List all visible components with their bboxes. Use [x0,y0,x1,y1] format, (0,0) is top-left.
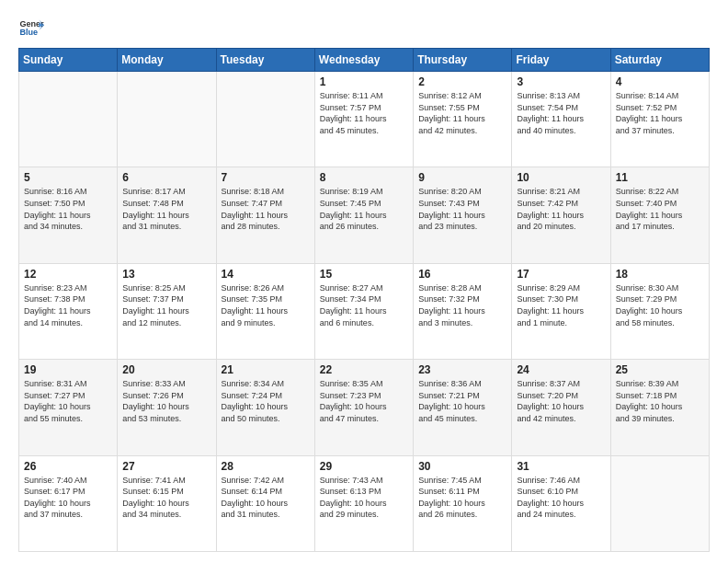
day-number: 1 [320,75,408,88]
calendar-cell: 17Sunrise: 8:29 AM Sunset: 7:30 PM Dayli… [512,263,610,359]
day-number: 29 [320,460,408,473]
day-number: 17 [517,268,605,281]
calendar-cell: 18Sunrise: 8:30 AM Sunset: 7:29 PM Dayli… [610,263,709,359]
calendar-cell: 13Sunrise: 8:25 AM Sunset: 7:37 PM Dayli… [118,263,216,359]
calendar-cell: 19Sunrise: 8:31 AM Sunset: 7:27 PM Dayli… [19,360,118,455]
day-info: Sunrise: 8:14 AM Sunset: 7:52 PM Dayligh… [616,90,704,136]
calendar-week-5: 26Sunrise: 7:40 AM Sunset: 6:17 PM Dayli… [19,455,710,551]
calendar-cell: 16Sunrise: 8:28 AM Sunset: 7:32 PM Dayli… [414,263,512,359]
day-number: 2 [418,75,506,88]
calendar-cell: 27Sunrise: 7:41 AM Sunset: 6:15 PM Dayli… [118,455,216,551]
day-info: Sunrise: 8:30 AM Sunset: 7:29 PM Dayligh… [616,282,704,328]
calendar-week-1: 1Sunrise: 8:11 AM Sunset: 7:57 PM Daylig… [19,72,710,167]
day-info: Sunrise: 8:17 AM Sunset: 7:48 PM Dayligh… [122,186,210,232]
day-number: 14 [222,268,310,281]
calendar-cell: 31Sunrise: 7:46 AM Sunset: 6:10 PM Dayli… [512,455,610,551]
day-info: Sunrise: 8:29 AM Sunset: 7:30 PM Dayligh… [517,282,605,328]
calendar-cell: 23Sunrise: 8:36 AM Sunset: 7:21 PM Dayli… [414,360,512,455]
calendar-cell: 10Sunrise: 8:21 AM Sunset: 7:42 PM Dayli… [512,167,610,263]
weekday-header-sunday: Sunday [19,49,118,72]
weekday-header-row: SundayMondayTuesdayWednesdayThursdayFrid… [19,49,710,72]
day-info: Sunrise: 8:11 AM Sunset: 7:57 PM Dayligh… [320,90,408,136]
calendar-cell: 26Sunrise: 7:40 AM Sunset: 6:17 PM Dayli… [19,455,118,551]
calendar-cell: 9Sunrise: 8:20 AM Sunset: 7:43 PM Daylig… [414,167,512,263]
logo-icon: General Blue [18,15,44,40]
calendar-cell: 24Sunrise: 8:37 AM Sunset: 7:20 PM Dayli… [512,360,610,455]
day-info: Sunrise: 8:37 AM Sunset: 7:20 PM Dayligh… [517,378,605,424]
calendar-cell: 7Sunrise: 8:18 AM Sunset: 7:47 PM Daylig… [216,167,314,263]
day-info: Sunrise: 8:26 AM Sunset: 7:35 PM Dayligh… [222,282,310,328]
day-info: Sunrise: 7:45 AM Sunset: 6:11 PM Dayligh… [418,475,506,521]
day-number: 20 [122,363,210,376]
calendar-week-3: 12Sunrise: 8:23 AM Sunset: 7:38 PM Dayli… [19,263,710,359]
calendar-cell [118,72,216,167]
calendar-cell: 2Sunrise: 8:12 AM Sunset: 7:55 PM Daylig… [414,72,512,167]
calendar-cell: 5Sunrise: 8:16 AM Sunset: 7:50 PM Daylig… [19,167,118,263]
day-info: Sunrise: 8:19 AM Sunset: 7:45 PM Dayligh… [320,186,408,232]
day-info: Sunrise: 8:22 AM Sunset: 7:40 PM Dayligh… [616,186,704,232]
day-info: Sunrise: 7:43 AM Sunset: 6:13 PM Dayligh… [320,475,408,521]
day-info: Sunrise: 8:12 AM Sunset: 7:55 PM Dayligh… [418,90,506,136]
calendar-cell: 1Sunrise: 8:11 AM Sunset: 7:57 PM Daylig… [314,72,413,167]
day-info: Sunrise: 8:28 AM Sunset: 7:32 PM Dayligh… [418,282,506,328]
day-info: Sunrise: 8:31 AM Sunset: 7:27 PM Dayligh… [24,378,112,424]
day-number: 8 [320,171,408,184]
day-number: 24 [517,363,605,376]
calendar-cell: 3Sunrise: 8:13 AM Sunset: 7:54 PM Daylig… [512,72,610,167]
page-header: General Blue [18,15,710,40]
day-number: 27 [122,460,210,473]
calendar-table: SundayMondayTuesdayWednesdayThursdayFrid… [18,48,710,552]
weekday-header-saturday: Saturday [610,49,709,72]
day-number: 28 [222,460,310,473]
day-info: Sunrise: 8:34 AM Sunset: 7:24 PM Dayligh… [222,378,310,424]
day-number: 4 [616,75,704,88]
logo: General Blue [18,15,44,40]
day-number: 19 [24,363,112,376]
calendar-cell: 22Sunrise: 8:35 AM Sunset: 7:23 PM Dayli… [314,360,413,455]
day-number: 22 [320,363,408,376]
day-number: 12 [24,268,112,281]
day-number: 16 [418,268,506,281]
calendar-cell: 14Sunrise: 8:26 AM Sunset: 7:35 PM Dayli… [216,263,314,359]
day-number: 23 [418,363,506,376]
day-info: Sunrise: 8:39 AM Sunset: 7:18 PM Dayligh… [616,378,704,424]
day-number: 21 [222,363,310,376]
calendar-cell: 29Sunrise: 7:43 AM Sunset: 6:13 PM Dayli… [314,455,413,551]
day-info: Sunrise: 8:16 AM Sunset: 7:50 PM Dayligh… [24,186,112,232]
calendar-cell: 4Sunrise: 8:14 AM Sunset: 7:52 PM Daylig… [610,72,709,167]
day-info: Sunrise: 7:41 AM Sunset: 6:15 PM Dayligh… [122,475,210,521]
weekday-header-thursday: Thursday [414,49,512,72]
day-info: Sunrise: 8:21 AM Sunset: 7:42 PM Dayligh… [517,186,605,232]
weekday-header-tuesday: Tuesday [216,49,314,72]
calendar-cell: 28Sunrise: 7:42 AM Sunset: 6:14 PM Dayli… [216,455,314,551]
day-info: Sunrise: 8:25 AM Sunset: 7:37 PM Dayligh… [122,282,210,328]
day-info: Sunrise: 8:33 AM Sunset: 7:26 PM Dayligh… [122,378,210,424]
day-info: Sunrise: 8:23 AM Sunset: 7:38 PM Dayligh… [24,282,112,328]
day-info: Sunrise: 8:27 AM Sunset: 7:34 PM Dayligh… [320,282,408,328]
day-info: Sunrise: 8:20 AM Sunset: 7:43 PM Dayligh… [418,186,506,232]
day-number: 6 [122,171,210,184]
day-info: Sunrise: 8:13 AM Sunset: 7:54 PM Dayligh… [517,90,605,136]
day-info: Sunrise: 8:36 AM Sunset: 7:21 PM Dayligh… [418,378,506,424]
calendar-cell [610,455,709,551]
weekday-header-friday: Friday [512,49,610,72]
calendar-cell: 21Sunrise: 8:34 AM Sunset: 7:24 PM Dayli… [216,360,314,455]
day-info: Sunrise: 7:46 AM Sunset: 6:10 PM Dayligh… [517,475,605,521]
day-number: 31 [517,460,605,473]
calendar-cell: 30Sunrise: 7:45 AM Sunset: 6:11 PM Dayli… [414,455,512,551]
calendar-cell: 12Sunrise: 8:23 AM Sunset: 7:38 PM Dayli… [19,263,118,359]
calendar-cell: 6Sunrise: 8:17 AM Sunset: 7:48 PM Daylig… [118,167,216,263]
day-number: 7 [222,171,310,184]
day-number: 25 [616,363,704,376]
day-number: 30 [418,460,506,473]
day-number: 26 [24,460,112,473]
day-number: 9 [418,171,506,184]
day-number: 10 [517,171,605,184]
day-number: 13 [122,268,210,281]
calendar-cell: 11Sunrise: 8:22 AM Sunset: 7:40 PM Dayli… [610,167,709,263]
day-number: 3 [517,75,605,88]
calendar-cell: 8Sunrise: 8:19 AM Sunset: 7:45 PM Daylig… [314,167,413,263]
day-number: 18 [616,268,704,281]
calendar-cell [19,72,118,167]
day-info: Sunrise: 8:18 AM Sunset: 7:47 PM Dayligh… [222,186,310,232]
